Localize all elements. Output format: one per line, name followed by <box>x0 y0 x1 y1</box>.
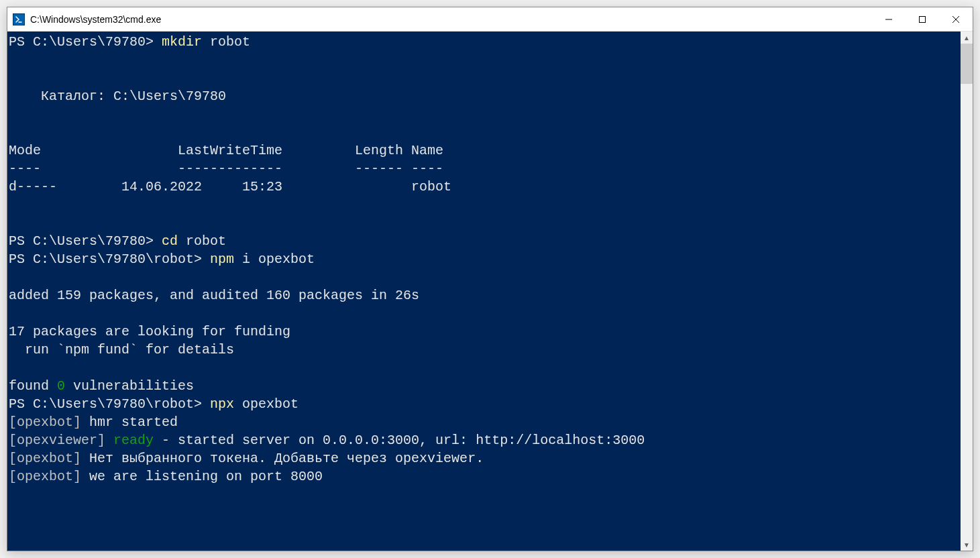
output-line: added 159 packages, and audited 160 pack… <box>9 288 419 303</box>
scrollbar[interactable]: ▲ ▼ <box>961 32 973 551</box>
output-line: we are listening on port 8000 <box>81 469 323 484</box>
command: cd <box>162 233 178 249</box>
scroll-thumb[interactable] <box>961 44 973 84</box>
prompt: PS C:\Users\79780> <box>9 233 162 249</box>
command-args: robot <box>202 34 250 50</box>
close-button[interactable] <box>939 7 973 31</box>
table-row: d----- 14.06.2022 15:23 robot <box>9 179 451 194</box>
window-controls <box>872 7 973 31</box>
prompt: PS C:\Users\79780\robot> <box>9 252 210 267</box>
table-divider: ---- ------------- ------ ---- <box>9 161 443 176</box>
command: mkdir <box>162 34 202 50</box>
log-tag: [opexbot] <box>9 469 81 484</box>
terminal-area: PS C:\Users\79780> mkdir robot Каталог: … <box>7 32 973 551</box>
command: npm <box>210 252 234 267</box>
output-line: vulnerabilities <box>65 378 194 394</box>
command: npx <box>210 396 234 412</box>
powershell-icon <box>13 13 25 25</box>
output-line: - started server on 0.0.0.0:3000, url: h… <box>154 433 645 448</box>
cmd-window: C:\Windows\system32\cmd.exe PS C:\Users\… <box>7 7 973 551</box>
scroll-up-icon[interactable]: ▲ <box>961 32 973 44</box>
command-args: opexbot <box>234 396 298 412</box>
titlebar[interactable]: C:\Windows\system32\cmd.exe <box>7 7 973 32</box>
maximize-button[interactable] <box>906 7 939 31</box>
log-tag: [opexviewer] <box>9 433 105 448</box>
window-title: C:\Windows\system32\cmd.exe <box>30 14 872 25</box>
scroll-down-icon[interactable]: ▼ <box>961 539 973 551</box>
output-line: hmr started <box>81 414 178 430</box>
output-line: found <box>9 378 57 394</box>
terminal-output[interactable]: PS C:\Users\79780> mkdir robot Каталог: … <box>7 32 961 551</box>
output-line: Нет выбранного токена. Добавьте через op… <box>81 451 484 466</box>
command-args: i opexbot <box>234 252 315 267</box>
scroll-track[interactable] <box>961 44 973 539</box>
output-line: Каталог: C:\Users\79780 <box>9 89 226 104</box>
prompt: PS C:\Users\79780\robot> <box>9 396 210 412</box>
prompt: PS C:\Users\79780> <box>9 34 162 50</box>
minimize-button[interactable] <box>872 7 906 31</box>
status-ready: ready <box>105 433 154 448</box>
output-line: 17 packages are looking for funding <box>9 324 290 339</box>
vuln-count: 0 <box>57 378 65 394</box>
svg-rect-1 <box>920 16 926 22</box>
output-line: run `npm fund` for details <box>9 342 234 357</box>
command-args: robot <box>178 233 226 249</box>
table-header: Mode LastWriteTime Length Name <box>9 143 443 158</box>
log-tag: [opexbot] <box>9 451 81 466</box>
log-tag: [opexbot] <box>9 414 81 430</box>
